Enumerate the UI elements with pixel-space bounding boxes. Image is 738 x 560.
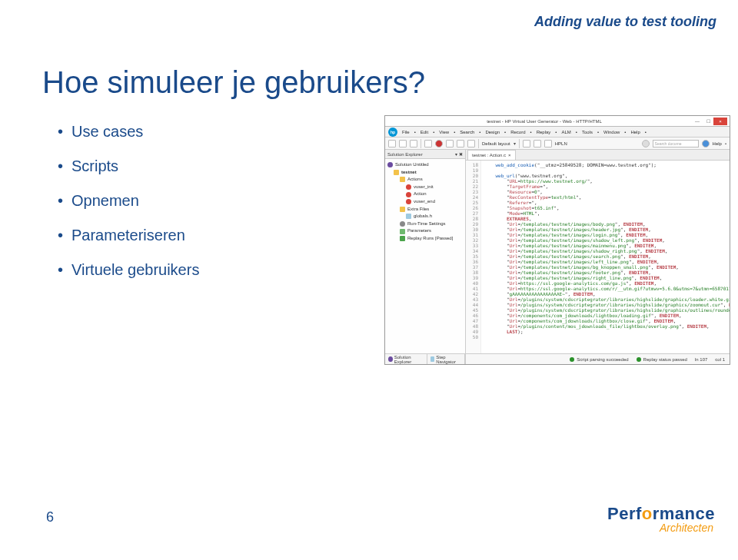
settings-icon — [400, 221, 405, 227]
tree-project[interactable]: testnet — [401, 169, 417, 177]
slide-title: Hoe simuleer je gebruikers? — [42, 65, 425, 100]
toolbar-button[interactable] — [467, 140, 475, 147]
tree-actions[interactable]: Actions — [407, 176, 423, 184]
line-number-gutter: 1819202122232425262728293031323334353637… — [466, 161, 481, 353]
toolbar-button[interactable] — [388, 140, 396, 147]
action-icon — [406, 199, 411, 204]
bullet-list: Use cases Scripts Opnemen Parameterisere… — [58, 123, 199, 296]
code-lines[interactable]: web_add_cookie("__utmz=25849528; DOMAIN=… — [481, 161, 730, 353]
toolbar-button[interactable] — [399, 140, 407, 147]
menu-tools[interactable]: Tools — [582, 130, 593, 134]
hp-logo-icon: hp — [388, 128, 397, 137]
solution-icon — [388, 356, 393, 362]
close-icon[interactable]: × — [508, 153, 511, 157]
toolbar: Default layout▾ HPLN Search docume Help• — [385, 138, 730, 150]
toolbar-button[interactable] — [410, 140, 417, 147]
toolbar-button[interactable] — [457, 140, 464, 147]
status-parse: Script parsing succeeded — [577, 357, 628, 362]
tree-globals[interactable]: globals.h — [414, 213, 432, 220]
tab-solution-explorer[interactable]: Solution Explorer — [385, 354, 427, 364]
status-bar: Script parsing succeeded Replay status p… — [466, 353, 730, 364]
editor-tabbar: testnet : Action.c × — [466, 150, 730, 161]
menu-design[interactable]: Design — [485, 130, 500, 134]
tab-step-navigator[interactable]: Step Navigator — [427, 354, 466, 364]
logo-subtitle: Architecten — [607, 522, 715, 533]
menu-view[interactable]: View — [439, 130, 449, 134]
replay-runs-icon — [400, 236, 405, 241]
tree-replay-runs[interactable]: Replay Runs [Passed] — [407, 235, 453, 243]
bullet-item: Parameteriseren — [58, 227, 199, 244]
tree-vuser-init[interactable]: vuser_init — [414, 184, 434, 191]
project-icon — [394, 170, 399, 175]
toolbar-button[interactable] — [446, 140, 454, 147]
menu-replay[interactable]: Replay — [537, 130, 551, 134]
logo: Performance Architecten — [607, 505, 715, 533]
menu-file[interactable]: File — [402, 130, 410, 134]
toolbar-button[interactable] — [523, 140, 530, 147]
logo-part-o: o — [642, 504, 653, 523]
editor-tab[interactable]: testnet : Action.c × — [467, 150, 516, 160]
tree-action[interactable]: Action — [414, 191, 427, 198]
page-number: 6 — [46, 509, 54, 525]
record-button-icon[interactable] — [435, 140, 443, 147]
action-icon — [406, 192, 411, 197]
menu-edit[interactable]: Edit — [421, 130, 428, 134]
bullet-item: Opnemen — [58, 192, 199, 210]
maximize-button[interactable]: ☐ — [703, 118, 713, 125]
tab-label: Step Navigator — [436, 355, 461, 364]
search-input[interactable]: Search docume — [653, 140, 699, 147]
status-replay: Replay status passed — [643, 357, 687, 362]
tree-parameters[interactable]: Parameters — [407, 227, 431, 235]
toolbar-separator — [421, 139, 421, 148]
help-icon[interactable] — [702, 140, 710, 147]
code-editor[interactable]: 1819202122232425262728293031323334353637… — [466, 161, 730, 353]
header-tagline: Adding value to test tooling — [534, 14, 716, 30]
tree-extra-files[interactable]: Extra Files — [407, 206, 429, 214]
solution-explorer-panel: Solution Explorer ▾ ✖ Solution Untitled … — [385, 150, 466, 364]
success-icon — [570, 357, 574, 362]
toolbar-button[interactable] — [544, 140, 552, 147]
success-icon — [637, 357, 641, 362]
tab-label: Solution Explorer — [394, 355, 424, 364]
toolbar-separator — [519, 139, 520, 148]
menu-bar: hp File• Edit• View• Search• Design• Rec… — [385, 127, 730, 138]
tab-label: testnet : Action.c — [472, 153, 506, 157]
action-icon — [406, 184, 411, 190]
tree-vuser-end[interactable]: vuser_end — [414, 198, 435, 206]
side-panel-tabs: Solution Explorer Step Navigator — [385, 353, 465, 364]
step-icon — [430, 356, 435, 362]
status-line: ln 107 — [695, 357, 707, 362]
file-icon — [406, 214, 411, 219]
folder-icon — [400, 207, 405, 212]
folder-icon — [400, 177, 405, 182]
layout-dropdown[interactable]: Default layout — [482, 141, 510, 146]
window-title: testnet - HP Virtual User Generator - We… — [397, 119, 692, 124]
menu-help[interactable]: Help — [630, 130, 640, 134]
solution-tree[interactable]: Solution Untitled testnet Actions vuser_… — [385, 159, 465, 353]
minimize-button[interactable]: — — [692, 118, 703, 125]
toolbar-button[interactable] — [534, 140, 541, 147]
toolbar-button[interactable] — [424, 140, 432, 147]
toolbar-separator — [478, 139, 479, 148]
window-titlebar: testnet - HP Virtual User Generator - We… — [385, 116, 730, 127]
panel-title: Solution Explorer — [387, 152, 423, 157]
help-label[interactable]: Help — [713, 141, 722, 146]
bullet-item: Use cases — [58, 123, 199, 141]
menu-alm[interactable]: ALM — [561, 130, 570, 134]
tree-solution[interactable]: Solution Untitled — [395, 161, 429, 169]
menu-search[interactable]: Search — [460, 130, 474, 134]
logo-part-rmance: rmance — [653, 504, 715, 523]
editor-area: testnet : Action.c × 1819202122232425262… — [466, 150, 730, 364]
menu-window[interactable]: Window — [603, 130, 620, 134]
logo-part-perf: Perf — [607, 504, 642, 523]
status-col: col 1 — [715, 357, 725, 362]
parameters-icon — [400, 229, 405, 234]
bullet-item: Virtuele gebruikers — [58, 261, 199, 279]
close-button[interactable]: × — [713, 118, 727, 125]
search-icon — [642, 140, 650, 147]
hpln-label[interactable]: HPLN — [555, 141, 567, 146]
bullet-item: Scripts — [58, 157, 199, 175]
menu-record[interactable]: Record — [510, 130, 525, 134]
panel-pin-close[interactable]: ▾ ✖ — [455, 151, 463, 157]
tree-rts[interactable]: Run-Time Settings — [407, 220, 445, 228]
